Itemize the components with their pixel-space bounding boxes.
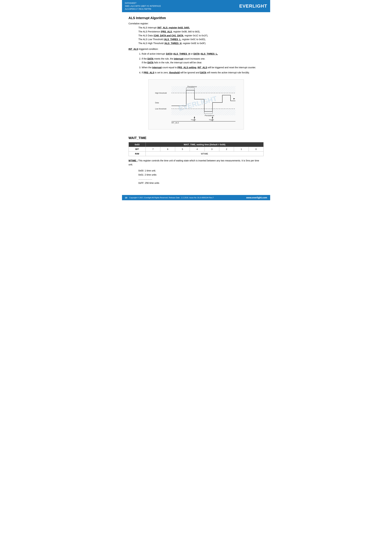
trigger-section: INT_ALS triggered condition: <box>129 48 264 50</box>
bit-4: 4 <box>190 147 204 151</box>
wtime-description: WTIME : This register controls the time … <box>129 159 264 167</box>
als-section-title: ALS Interrupt Algorithm <box>129 16 264 20</box>
svg-marker-24 <box>233 98 235 99</box>
bit-7: 7 <box>146 147 160 151</box>
copyright-text: Copyright © 2017, Everlight All Rights R… <box>129 197 214 199</box>
correlative-label: Correlative register: <box>129 22 264 25</box>
bit-row: BIT 7 6 5 4 3 2 1 0 <box>129 147 263 151</box>
register-item-1: The ALS Interrupt (INT_ALS, register 0x0… <box>139 26 264 30</box>
wait-time-title: WAIT_TIME <box>129 136 264 140</box>
rule-3: When the interrupt count equal to PRS_AL… <box>142 66 264 69</box>
wtime-val-ff: 0xFF: 256 time units <box>139 181 264 185</box>
main-content: ALS Interrupt Algorithm Correlative regi… <box>122 16 270 185</box>
register-item-2: The ALS Persistence (PRS_ALS, register 0… <box>139 30 264 34</box>
int-als-ref: INT_ALS, register 0x02, bit0). <box>158 26 190 29</box>
int-als-trigger-label: INT_ALS <box>129 48 138 50</box>
wtime-ellipsis: ……………… <box>139 177 264 181</box>
rule-2: If the DATA meets the rule, the interrup… <box>142 57 264 64</box>
svg-text:Persistence: Persistence <box>187 86 197 88</box>
svg-text:Data: Data <box>155 102 159 104</box>
register-table: 0x03 WAIT_TIME, waiting time (Default = … <box>129 142 264 156</box>
header-info: DATASHEET SMD ▪ ALS WITH 16BIT I²C INTER… <box>125 2 161 11</box>
wtime-val-0: 0x00: 1 time unit. <box>139 169 264 173</box>
bit-1: 1 <box>234 147 249 151</box>
bit-6: 6 <box>160 147 175 151</box>
header-line2: SMD ▪ ALS WITH 16BIT I²C INTERFACE <box>125 5 161 7</box>
register-item-5: The ALS High Threshold (ALS_THRES_H, reg… <box>139 42 264 45</box>
page-number: 10 <box>125 196 127 199</box>
header-line1: DATASHEET <box>125 2 161 5</box>
als-thres-l-ref: ALS_THRES_L <box>164 38 181 41</box>
diagram-container: Persistence Persistence Trigger Trigger … <box>129 79 264 130</box>
page-footer: 10 Copyright © 2017, Everlight All Right… <box>122 195 270 200</box>
wtime-val-1: 0x01: 2 time units <box>139 173 264 177</box>
brand-logo: EVERLIGHT <box>239 3 267 9</box>
ch-data-ref: CH0_DATA and CH1_DATA <box>154 34 183 37</box>
svg-text:Low threshold: Low threshold <box>155 108 166 110</box>
bit-0: 0 <box>249 147 263 151</box>
svg-rect-1 <box>171 86 235 93</box>
svg-text:Trigger: Trigger <box>191 119 196 121</box>
reg-address-header: 0x03 <box>129 142 146 147</box>
als-waveform-svg: Persistence Persistence Trigger Trigger … <box>154 83 239 125</box>
register-item-3: The ALS Data (CH0_DATA and CH1_DATA, reg… <box>139 34 264 38</box>
footer-left: 10 Copyright © 2017, Everlight All Right… <box>125 196 214 199</box>
als-thres-h-ref: ALS_THRES_H <box>165 42 182 45</box>
wtime-desc-text: This register controls the time unit of … <box>129 159 259 166</box>
als-diagram: Persistence Persistence Trigger Trigger … <box>148 79 244 130</box>
svg-text:Persistence: Persistence <box>205 115 214 117</box>
register-list: The ALS Interrupt (INT_ALS, register 0x0… <box>139 26 264 45</box>
wtime-value: WTIME <box>146 151 263 156</box>
svg-marker-15 <box>194 117 195 118</box>
website-url: www.everlight.com <box>246 196 267 199</box>
wtime-values: 0x00: 1 time unit. 0x01: 2 time units ……… <box>139 169 264 185</box>
bit-2: 2 <box>219 147 234 151</box>
rw-label: R/W <box>129 151 146 156</box>
page-header: DATASHEET SMD ▪ ALS WITH 16BIT I²C INTER… <box>122 0 270 12</box>
svg-text:Trigger: Trigger <box>209 119 214 121</box>
triggered-condition-text: triggered condition: <box>139 48 158 50</box>
register-item-4: The ALS Low Threshold (ALS_THRES_L, regi… <box>139 37 264 42</box>
rule-1: Rule of active interrupt: DATA>ALS_THRES… <box>142 52 264 55</box>
reg-title-header: WAIT_TIME, waiting time (Default = 0x00) <box>146 142 263 147</box>
header-line3: ALS-DPDIC17-78C/L749/TR8 <box>125 7 161 11</box>
prs-als-ref: PRS_ALS <box>161 30 172 33</box>
rw-row: R/W WTIME <box>129 151 263 156</box>
svg-text:High threshold: High threshold <box>155 92 167 94</box>
wtime-label: WTIME : <box>129 159 138 162</box>
bit-5: 5 <box>175 147 190 151</box>
rules-list: Rule of active interrupt: DATA>ALS_THRES… <box>142 52 264 74</box>
bit-label: BIT <box>129 147 146 151</box>
bit-3: 3 <box>204 147 219 151</box>
svg-marker-16 <box>212 117 213 118</box>
rule-4: If PRS_ALS is set to zero, threshold wil… <box>142 71 264 74</box>
svg-text:INT_ALS: INT_ALS <box>171 122 179 124</box>
